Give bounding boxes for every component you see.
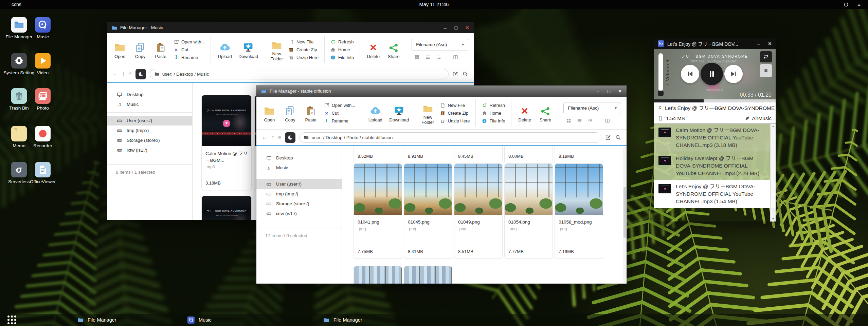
open-with-button[interactable]: Open with... (324, 102, 355, 108)
paste-button[interactable]: Paste (302, 103, 320, 122)
download-button[interactable]: Download (237, 40, 259, 59)
sidebar-item-ixtw-drive[interactable]: ixtw (is1:/) (107, 145, 192, 155)
upload-button[interactable]: Upload (215, 40, 234, 59)
sidebar-item-desktop[interactable]: Desktop (107, 90, 192, 99)
sidebar-item-desktop[interactable]: Desktop (256, 153, 342, 163)
new-folder-button[interactable]: New Folder (269, 38, 285, 62)
view-list-button[interactable] (588, 118, 593, 123)
sidebar-item-ixtw-drive[interactable]: ixtw (is1:/) (256, 209, 342, 218)
file-tile-partial[interactable]: フリー BGM DOVA-SYNDROME OFFICIAL YouTube C… (201, 196, 252, 220)
file-tile-01049[interactable]: 01049.png .png 8.51MB (454, 164, 503, 259)
desktop-icon-music[interactable]: Music (35, 17, 51, 33)
titlebar[interactable]: Let’s Enjoy @ フリーBGM DOV... – × (654, 38, 776, 49)
new-file-button[interactable]: New File (440, 102, 470, 108)
upload-button[interactable]: Upload (366, 103, 385, 122)
delete-button[interactable]: × Delete (364, 40, 382, 59)
open-button[interactable]: Open (111, 40, 129, 59)
minimize-button[interactable]: – (597, 89, 599, 94)
taskbar-item-file-manager-1[interactable]: File Manager (77, 314, 116, 326)
sort-dropdown[interactable]: Filename (Asc) ▾ (563, 102, 621, 114)
cut-button[interactable]: × Cut (174, 47, 205, 52)
repeat-button[interactable] (760, 51, 772, 62)
rename-button[interactable]: I Rename (324, 118, 355, 123)
share-button[interactable]: Share (385, 40, 402, 59)
unzip-here-button[interactable]: Unzip Here (440, 118, 470, 123)
home-button[interactable]: Home (330, 47, 354, 52)
sidebar-item-music[interactable]: ♫ Music (256, 163, 342, 173)
dark-mode-button[interactable] (285, 132, 295, 143)
volume-slider[interactable] (658, 53, 663, 91)
scrollbar[interactable] (623, 147, 626, 283)
desktop-icon-serverless[interactable]: σ Serverless (11, 162, 27, 177)
menu-button[interactable]: ≡ (278, 134, 281, 140)
minimize-button[interactable]: – (757, 41, 760, 46)
sidebar-item-user-drive[interactable]: User (user:/) (107, 116, 192, 126)
view-list-button[interactable] (436, 55, 441, 60)
taskbar-item-file-manager-2[interactable]: File Manager (323, 314, 362, 326)
file-tile-partial[interactable]: 8.52MB (354, 146, 402, 164)
close-button[interactable]: × (768, 41, 772, 46)
desktop-icon-video[interactable]: Video (35, 53, 51, 69)
back-button[interactable]: ← (262, 134, 268, 141)
refresh-button[interactable]: Refresh (482, 102, 505, 108)
desktop-icon-trash-bin[interactable]: Trash Bin (11, 88, 27, 104)
pause-button[interactable] (701, 63, 723, 85)
file-info-button[interactable]: File Info (330, 55, 354, 60)
sidebar-item-tmp-drive[interactable]: tmp (tmp:/) (256, 189, 342, 199)
file-tile-partial[interactable]: 8.00MB (504, 146, 553, 164)
open-button[interactable]: Open (260, 103, 278, 122)
scrollbar-thumb[interactable] (623, 187, 626, 238)
create-zip-button[interactable]: Create Zip (440, 110, 470, 116)
desktop-icon-file-manager[interactable]: File Manager (11, 17, 27, 33)
delete-button[interactable]: × Delete (516, 103, 534, 122)
titlebar[interactable]: File Manager - Music – □ × (107, 22, 474, 33)
edit-path-button[interactable] (452, 71, 458, 77)
unzip-here-button[interactable]: Unzip Here (289, 55, 319, 60)
file-tile-partial[interactable]: 8.45MB (454, 146, 503, 164)
path-input[interactable]: user: / Desktop / Music (150, 69, 449, 79)
file-tile-calm-motion[interactable]: フリー BGM DOVA-SYNDROME OFFICIAL YouTube C… (201, 95, 252, 190)
file-tile-partial[interactable] (354, 266, 402, 284)
file-tile-01058-mod[interactable]: 01058_mod.png .png 7.19MB (555, 164, 603, 259)
playlist-item-current[interactable]: Let’s Enjoy @ フリーBGM DOVA-SYNDROME OFFIC… (654, 180, 776, 208)
app-launcher-button[interactable] (7, 315, 16, 324)
file-tile-partial[interactable]: 8.91MB (404, 146, 452, 164)
taskbar-item-music[interactable]: Music (187, 314, 212, 326)
previous-track-button[interactable] (681, 65, 699, 83)
maximize-button[interactable]: □ (608, 89, 610, 94)
home-button[interactable]: Home (482, 110, 505, 116)
playlist-scrollbar[interactable]: ▲ ▼ (770, 124, 776, 222)
file-tile-partial[interactable]: 8.18MB (555, 146, 603, 164)
close-button[interactable]: × (466, 25, 469, 31)
rename-button[interactable]: I Rename (174, 55, 205, 60)
sidebar-item-user-drive[interactable]: User (user:/) (256, 179, 342, 189)
sort-dropdown[interactable]: Filename (Asc) ▾ (412, 39, 468, 51)
back-button[interactable]: ← (112, 71, 118, 77)
search-button[interactable] (615, 134, 621, 140)
sidebar-item-storage-drive[interactable]: Storage (store:/) (256, 199, 342, 209)
download-button[interactable]: Download (388, 103, 411, 122)
new-folder-button[interactable]: New Folder (420, 101, 436, 125)
desktop-icon-recorder[interactable]: Recorder (35, 126, 51, 141)
file-tile-01045[interactable]: 01045.png .png 8.41MB (404, 164, 452, 259)
up-button[interactable]: ↑ (271, 134, 274, 141)
titlebar[interactable]: File Manager - stable diffusion – □ × (256, 85, 627, 97)
open-with-button[interactable]: Open with... (174, 39, 205, 44)
new-file-button[interactable]: New File (289, 39, 319, 44)
sidebar-item-tmp-drive[interactable]: tmp (tmp:/) (107, 126, 192, 135)
create-zip-button[interactable]: Create Zip (289, 47, 319, 52)
file-tile-01041[interactable]: 01041.png .png 7.75MB (354, 164, 402, 259)
scroll-down-icon[interactable]: ▼ (772, 217, 775, 220)
refresh-button[interactable]: Refresh (330, 39, 354, 44)
copy-button[interactable]: Copy (281, 103, 299, 122)
view-column-button[interactable] (453, 55, 458, 60)
maximize-button[interactable]: □ (455, 25, 457, 30)
close-button[interactable]: × (618, 88, 622, 94)
cut-button[interactable]: × Cut (324, 110, 355, 116)
view-detail-button[interactable] (577, 118, 582, 123)
playlist-menu-button[interactable]: ≡ (760, 64, 772, 77)
search-button[interactable] (462, 71, 468, 77)
minimize-button[interactable]: – (444, 25, 447, 30)
edit-path-button[interactable] (605, 134, 611, 140)
volume-slider-thumb[interactable] (658, 91, 664, 96)
